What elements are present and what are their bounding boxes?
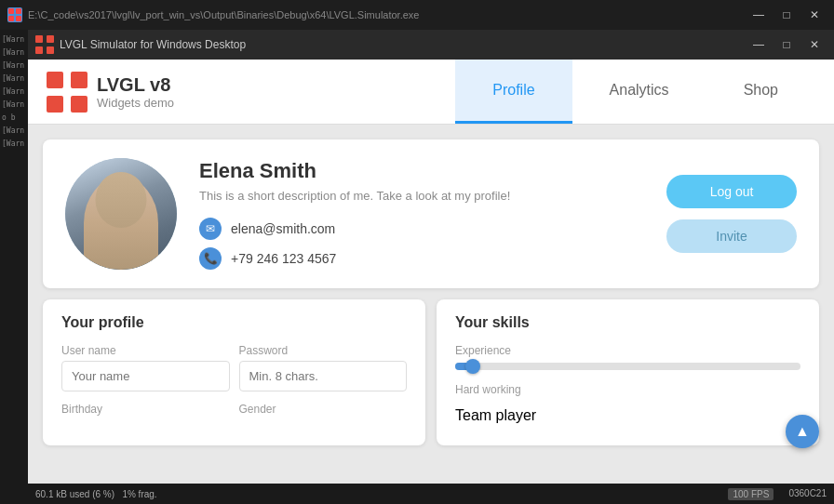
- gender-group: Gender: [239, 403, 408, 419]
- avatar: [65, 158, 177, 270]
- lvgl-logo-icon: [47, 72, 87, 113]
- os-window-icon: [7, 7, 22, 22]
- phone-row: 📞 +79 246 123 4567: [199, 247, 644, 270]
- svg-rect-5: [47, 35, 54, 43]
- birthday-group: Birthday: [61, 403, 230, 419]
- team-player-tag: Team player: [455, 407, 536, 424]
- skill-tags: Team player: [455, 407, 800, 424]
- logo-title: LVGL v8: [97, 74, 174, 96]
- close-button[interactable]: ✕: [802, 6, 827, 24]
- experience-label: Experience: [455, 344, 800, 357]
- app-title-text: LVGL Simulator for Windows Desktop: [60, 38, 246, 51]
- main-content: [Warn [Warn [Warn [Warn [Warn [Warn o b …: [0, 30, 834, 504]
- your-skills-title: Your skills: [455, 314, 800, 331]
- scroll-up-button[interactable]: ▲: [786, 415, 819, 448]
- svg-rect-4: [35, 35, 43, 43]
- username-label: User name: [61, 344, 230, 357]
- svg-rect-8: [47, 72, 63, 88]
- your-profile-card: Your profile User name Password: [43, 299, 425, 445]
- logo-subtitle: Widgets demo: [97, 96, 174, 110]
- extra-info: 0360C21: [788, 488, 827, 500]
- app-window: LVGL Simulator for Windows Desktop — □ ✕: [28, 30, 834, 504]
- email-icon: ✉: [199, 218, 222, 240]
- profile-actions: Log out Invite: [666, 175, 797, 253]
- profile-name: Elena Smith: [199, 159, 644, 183]
- memory-used: 60.1 kB used (6 %): [35, 489, 114, 499]
- svg-rect-7: [47, 46, 54, 54]
- fps-badge: 100 FPS: [728, 488, 773, 500]
- app-minimize-button[interactable]: —: [747, 35, 771, 54]
- lvgl-app-container: LVGL v8 Widgets demo Profile Analytics S…: [28, 60, 834, 504]
- experience-group: Experience: [455, 344, 800, 370]
- your-profile-title: Your profile: [61, 314, 407, 331]
- nav-tabs: Profile Analytics Shop: [455, 60, 815, 124]
- profile-description: This is a short description of me. Take …: [199, 189, 644, 203]
- nav-bar: LVGL v8 Widgets demo Profile Analytics S…: [28, 60, 834, 125]
- username-password-row: User name Password: [61, 344, 407, 403]
- status-bar: 60.1 kB used (6 %) 1% frag. 100 FPS 0360…: [28, 484, 834, 504]
- terminal-panel: [Warn [Warn [Warn [Warn [Warn [Warn o b …: [0, 30, 28, 504]
- lower-section: Your profile User name Password: [43, 299, 819, 445]
- window-path: E:\C_code\vs2017\lvgl\lv_port_win_vs\Out…: [28, 9, 747, 20]
- svg-rect-10: [47, 96, 63, 113]
- app-close-button[interactable]: ✕: [802, 35, 827, 54]
- birthday-gender-row: Birthday Gender: [61, 403, 407, 431]
- svg-rect-3: [16, 16, 21, 21]
- tab-shop[interactable]: Shop: [706, 60, 815, 124]
- minimize-button[interactable]: —: [747, 6, 771, 24]
- lvgl-app: LVGL v8 Widgets demo Profile Analytics S…: [28, 60, 834, 484]
- experience-bar[interactable]: [455, 363, 800, 370]
- svg-rect-9: [71, 72, 87, 88]
- password-input[interactable]: [239, 361, 408, 391]
- svg-rect-2: [8, 16, 14, 21]
- logo-text-group: LVGL v8 Widgets demo: [97, 74, 174, 110]
- svg-rect-6: [35, 46, 43, 54]
- password-label: Password: [239, 344, 408, 357]
- username-group: User name: [61, 344, 230, 391]
- status-right: 100 FPS 0360C21: [728, 488, 827, 500]
- svg-rect-0: [8, 8, 14, 14]
- app-maximize-button[interactable]: □: [774, 35, 799, 54]
- avatar-image: [65, 158, 177, 270]
- phone-icon: 📞: [199, 247, 222, 270]
- svg-rect-11: [71, 96, 87, 113]
- birthday-label: Birthday: [61, 403, 230, 416]
- profile-info: Elena Smith This is a short description …: [199, 159, 644, 270]
- tab-analytics[interactable]: Analytics: [572, 60, 706, 124]
- email-address: elena@smith.com: [231, 221, 335, 236]
- profile-card: Elena Smith This is a short description …: [43, 139, 819, 288]
- contact-info: ✉ elena@smith.com 📞 +79 246 123 4567: [199, 218, 644, 270]
- password-group: Password: [239, 344, 408, 391]
- experience-bar-thumb: [465, 359, 480, 374]
- tab-profile[interactable]: Profile: [455, 60, 572, 124]
- email-row: ✉ elena@smith.com: [199, 218, 644, 240]
- logo-area: LVGL v8 Widgets demo: [47, 72, 174, 113]
- frag-info: 1% frag.: [122, 489, 156, 499]
- app-window-icon: [35, 35, 54, 54]
- os-title-bar: E:\C_code\vs2017\lvgl\lv_port_win_vs\Out…: [0, 0, 834, 30]
- maximize-button[interactable]: □: [774, 6, 799, 24]
- svg-rect-1: [16, 8, 21, 14]
- logout-button[interactable]: Log out: [666, 175, 797, 208]
- invite-button[interactable]: Invite: [666, 219, 797, 253]
- app-title-controls: — □ ✕: [747, 35, 827, 54]
- app-title-bar: LVGL Simulator for Windows Desktop — □ ✕: [28, 30, 834, 60]
- profile-content: Elena Smith This is a short description …: [28, 125, 834, 484]
- your-skills-card: Your skills Experience Hard working: [437, 299, 819, 445]
- status-left: 60.1 kB used (6 %) 1% frag.: [35, 489, 157, 499]
- window-controls: — □ ✕: [747, 6, 827, 24]
- phone-number: +79 246 123 4567: [231, 251, 336, 266]
- hard-working-label: Hard working: [455, 383, 800, 396]
- gender-label: Gender: [239, 403, 408, 416]
- hard-working-group: Hard working: [455, 383, 800, 396]
- username-input[interactable]: [61, 361, 230, 391]
